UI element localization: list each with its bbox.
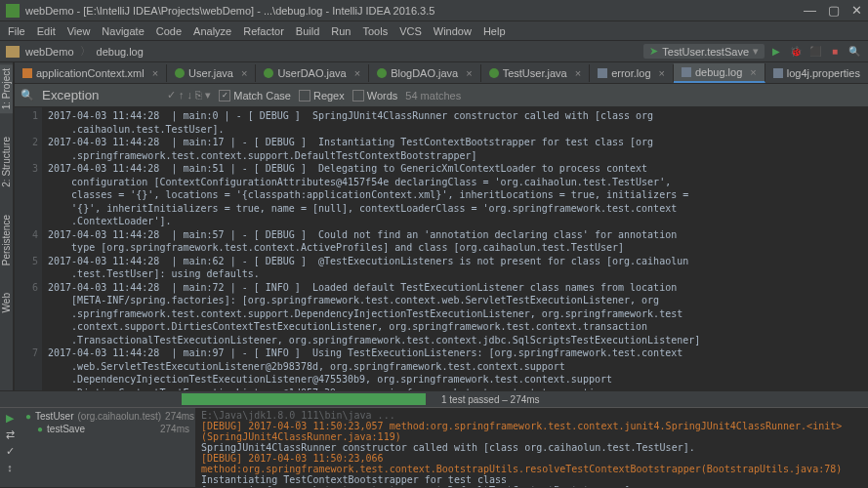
menu-code[interactable]: Code: [156, 25, 182, 37]
search-icon[interactable]: 🔍: [847, 44, 862, 60]
menu-view[interactable]: View: [67, 25, 91, 37]
search-icon: 🔍: [21, 89, 34, 102]
run-button[interactable]: ▶: [768, 44, 784, 60]
tool-tab[interactable]: Web: [0, 289, 13, 316]
debug-button[interactable]: 🐞: [788, 44, 804, 60]
run-controls: ➤ TestUser.testSave ▾ ▶ 🐞 ⬛ ■ 🔍: [643, 44, 862, 60]
run-configuration-selector[interactable]: ➤ TestUser.testSave ▾: [643, 44, 765, 59]
menu-run[interactable]: Run: [331, 25, 351, 37]
words-checkbox[interactable]: Words: [352, 90, 398, 102]
menu-help[interactable]: Help: [483, 25, 506, 37]
navigation-bar: webDemo 〉 debug.log ➤ TestUser.testSave …: [0, 41, 868, 62]
stop-button[interactable]: ■: [827, 44, 843, 60]
breadcrumb-item[interactable]: debug.log: [97, 46, 144, 58]
test-progress-bar: [182, 393, 426, 405]
breadcrumb-item[interactable]: webDemo: [25, 46, 74, 58]
window-title: webDemo - [E:\IntelliJ IDEA\Projects\web…: [25, 5, 804, 17]
menu-edit[interactable]: Edit: [37, 25, 56, 37]
app-icon: [6, 4, 20, 18]
arrow-icon: ➤: [649, 45, 658, 58]
match-count: 54 matches: [405, 90, 461, 102]
find-input[interactable]: [42, 88, 159, 102]
test-progress-row: 1 test passed – 274ms: [0, 390, 868, 407]
menu-tools[interactable]: Tools: [362, 25, 388, 37]
ok-icon: ●: [37, 424, 43, 434]
menu-bar: FileEditViewNavigateCodeAnalyzeRefactorB…: [0, 21, 868, 41]
editor-tab[interactable]: log4j.properties×: [765, 64, 868, 82]
test-tree[interactable]: ●TestUser (org.caihaolun.test)274ms ●tes…: [20, 408, 195, 487]
expand-button[interactable]: ↕: [7, 462, 13, 473]
menu-navigate[interactable]: Navigate: [102, 25, 144, 37]
editor-tab[interactable]: UserDAO.java×: [256, 64, 369, 82]
console-output[interactable]: E:\Java\jdk1.8.0_111\bin\java ...[DEBUG]…: [195, 408, 868, 487]
editor-tab[interactable]: TestUser.java×: [481, 64, 590, 82]
toggle-button[interactable]: ⇄: [6, 428, 15, 441]
tool-tab[interactable]: 1: Project: [0, 64, 13, 113]
menu-analyze[interactable]: Analyze: [193, 25, 231, 37]
menu-build[interactable]: Build: [296, 25, 319, 37]
find-bar: 🔍 ✓ ↑ ↓ ⎘ ▾ ✓Match Case Regex Words 54 m…: [15, 84, 868, 107]
chevron-right-icon: 〉: [80, 44, 91, 59]
run-toolbar: ▶ ⇄ ✓ ↕: [0, 408, 20, 487]
title-bar: webDemo - [E:\IntelliJ IDEA\Projects\web…: [0, 0, 868, 21]
menu-file[interactable]: File: [8, 25, 25, 37]
tool-tab[interactable]: Persistence: [0, 211, 13, 269]
editor-tab[interactable]: error.log×: [590, 64, 674, 82]
ok-icon: ●: [25, 411, 31, 422]
tool-tab[interactable]: 2: Structure: [0, 133, 13, 191]
editor-tabs: applicationContext.xml×User.java×UserDAO…: [15, 62, 868, 84]
editor-tab[interactable]: applicationContext.xml×: [15, 64, 167, 82]
menu-refactor[interactable]: Refactor: [243, 25, 284, 37]
find-actions[interactable]: ✓ ↑ ↓ ⎘ ▾: [167, 89, 211, 102]
minimize-button[interactable]: —: [804, 3, 816, 18]
coverage-button[interactable]: ⬛: [807, 44, 823, 60]
match-case-checkbox[interactable]: ✓Match Case: [219, 90, 291, 102]
progress-label: 1 test passed – 274ms: [441, 394, 540, 405]
regex-checkbox[interactable]: Regex: [299, 90, 345, 102]
left-tool-rail: 1: Project2: StructurePersistenceWeb: [0, 62, 14, 390]
log-viewer[interactable]: 1234567891011 2017-04-03 11:44:28 | main…: [15, 107, 868, 390]
close-button[interactable]: ✕: [851, 3, 862, 18]
menu-window[interactable]: Window: [434, 25, 472, 37]
editor-area: applicationContext.xml×User.java×UserDAO…: [15, 62, 868, 390]
run-tool-window: ▶ ⇄ ✓ ↕ ●TestUser (org.caihaolun.test)27…: [0, 407, 868, 487]
editor-tab[interactable]: User.java×: [167, 64, 256, 82]
gutter: 1234567891011: [15, 107, 42, 390]
maximize-button[interactable]: ▢: [828, 3, 840, 18]
editor-tab[interactable]: BlogDAO.java×: [369, 64, 481, 82]
folder-icon: [6, 46, 20, 58]
filter-button[interactable]: ✓: [6, 445, 15, 458]
editor-tab[interactable]: debug.log×: [674, 63, 765, 83]
log-content[interactable]: 2017-04-03 11:44:28 | main:0 | - [ DEBUG…: [42, 107, 868, 390]
menu-vcs[interactable]: VCS: [399, 25, 422, 37]
rerun-button[interactable]: ▶: [6, 412, 14, 425]
